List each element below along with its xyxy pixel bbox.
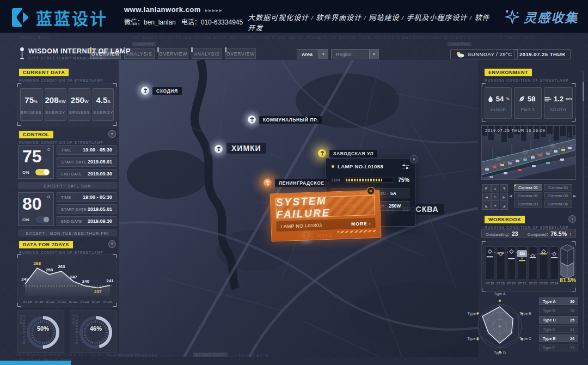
env-label: HUMID	[485, 107, 511, 112]
more-label: MORE	[351, 221, 367, 227]
close-icon[interactable]: ✕	[410, 155, 418, 163]
dpad-up[interactable]: ▲	[491, 184, 499, 192]
dpad-left[interactable]: ◀	[482, 193, 491, 201]
camera-page-left-icon[interactable]: ◀	[509, 194, 512, 198]
website-url[interactable]: www.lanlanwork.com	[124, 5, 201, 14]
legend-label: Type C	[543, 318, 556, 323]
schedule-toggle[interactable]	[35, 216, 50, 223]
camera-button-1[interactable]: Camera 01	[514, 184, 542, 191]
legend-row-type-e[interactable]: Type E24	[539, 334, 578, 342]
tab-tick	[191, 47, 193, 52]
chevron-down-icon[interactable]: ▾	[318, 50, 328, 59]
map-pin-kommunalny[interactable]	[248, 115, 256, 124]
row-value: 2019.05.01	[88, 206, 112, 212]
time-row[interactable]: TIME 19:00 - 05:30	[57, 145, 117, 155]
cell-value: 5A	[390, 191, 396, 196]
dpad-up-right[interactable]: ◥	[500, 184, 508, 192]
end-date-row[interactable]: END DATE 2019.09.30	[57, 169, 117, 179]
chevron-down-icon[interactable]: ▾	[369, 50, 378, 59]
start-date-row[interactable]: START DATE 2019.05.01	[57, 204, 117, 214]
area-select[interactable]: Area ▾	[297, 49, 328, 59]
workbook-next-button[interactable]: ›	[568, 215, 576, 223]
dpad-reset[interactable]: ↻	[491, 193, 499, 201]
decor-street-light-badge: STREET LIGHT	[193, 352, 228, 357]
lamp-glyph-icon	[143, 88, 148, 93]
decor-top-5: ▪ TRAVEL BOTH	[446, 36, 480, 40]
camera-button-6[interactable]: Camera 06	[544, 200, 572, 208]
website-line[interactable]: www.lanlanwork.com▸▸▸▸▸	[124, 5, 243, 14]
current-data-title: CURRENT DATA	[19, 69, 69, 76]
tab-overview-1[interactable]: OVERVIEW	[90, 48, 121, 59]
camera-page-right-icon[interactable]: ▶	[573, 194, 576, 198]
workbook-stats-bar: Outstanding：23 Compared：76.5% ↑	[481, 229, 576, 238]
legend-row-type-d[interactable]: Type D31	[539, 325, 578, 333]
metric-value: 208	[45, 95, 59, 105]
map-pin-zavodskaya[interactable]	[318, 149, 326, 157]
radar-legend: Type A36 Type B28 Type C25 Type D31 Type…	[539, 297, 578, 353]
legend-value: 24	[570, 336, 574, 341]
collect-label: 灵感收集	[524, 8, 578, 26]
legend-row-type-f[interactable]: Type F37	[539, 344, 578, 351]
region-select[interactable]: Region ▾	[331, 49, 379, 59]
nav-tabs: OVERVIEW ANALYSIS OVERVIEW ANALYSIS OVER…	[90, 48, 256, 59]
dpad-up-left[interactable]: ◤	[482, 184, 491, 192]
camera-video-feed[interactable]: 2019.07.25 THUR 18:26:09	[481, 125, 576, 180]
map-label-zavodskaya[interactable]: ЗАВОДСКАЯ УЛ	[329, 150, 377, 157]
tab-analysis-2[interactable]: ANALYSIS	[192, 48, 222, 59]
metric-label: BRINESS	[69, 110, 90, 115]
camera-button-4[interactable]: Camera 04	[544, 184, 572, 191]
camera-button-3[interactable]: Camera 03	[514, 200, 542, 208]
outstanding-value: 23	[512, 230, 518, 237]
dpad-down-left[interactable]: ◣	[482, 202, 491, 210]
contact-line: 微信：ben_lanlan 电话：010-63334945	[124, 17, 243, 26]
map-pin-khimki[interactable]	[215, 145, 223, 153]
env-tile-humid: 54% HUMID	[485, 87, 512, 119]
week-chart: 243268258263247240237241	[22, 258, 113, 296]
row-value: 2019.05.01	[88, 159, 112, 165]
dpad-down[interactable]: ▼	[491, 202, 499, 210]
tab-analysis-1[interactable]: ANALYSIS	[124, 48, 155, 59]
control-subtitle: RUNNING CONDITION OF STREETLAMP	[19, 141, 103, 144]
tab-label: OVERVIEW	[159, 51, 187, 57]
map-label-skhodnya[interactable]: СХОДНЯ	[152, 87, 182, 95]
tab-overview-2[interactable]: OVERVIEW	[158, 48, 188, 59]
time-row[interactable]: TIME 19:00 - 05:30	[57, 192, 117, 202]
lbn-value: 75%	[398, 177, 409, 183]
legend-row-type-b[interactable]: Type B28	[539, 307, 578, 314]
compared-label: Compared：	[528, 232, 551, 237]
failure-title: SYSTEM FAILURE	[276, 193, 375, 220]
scrollbar-thumb[interactable]	[583, 82, 584, 101]
hatch-decoration	[338, 230, 376, 233]
tab-overview-3[interactable]: OVERVIEW	[225, 48, 256, 59]
decor-top-1: ▪ TRAVEL BOTH	[16, 36, 50, 40]
legend-row-type-c[interactable]: Type C25	[539, 316, 578, 324]
brightness-level: 80	[22, 194, 50, 214]
map-pin-skhodnya[interactable]	[141, 87, 149, 95]
more-button[interactable]: MORE›	[351, 221, 371, 227]
legend-label: Type A	[543, 299, 556, 304]
camera-button-5[interactable]: Camera 05	[544, 192, 572, 199]
week-chart-add-button[interactable]: +	[108, 240, 116, 248]
toggle-knob	[44, 217, 49, 222]
page-scrollbar[interactable]	[583, 71, 584, 349]
row-value: 19:00 - 05:30	[83, 194, 112, 200]
map-label-khimki[interactable]: ХИМКИ	[226, 143, 266, 154]
start-date-row[interactable]: START DATE 2019.05.01	[57, 157, 117, 167]
tab-tick	[157, 47, 159, 52]
end-date-row[interactable]: END DATE 2019.09.30	[57, 216, 117, 226]
dpad-right[interactable]: ▶	[500, 193, 508, 201]
camera-button-2[interactable]: Camera 02	[514, 192, 542, 199]
sliders-icon[interactable]	[402, 164, 409, 169]
row-label: END DATE	[61, 172, 82, 177]
dpad-down-right[interactable]: ◢	[500, 202, 508, 210]
map-label-kommunalny[interactable]: КОММУНАЛЬНЫЙ ПР.	[259, 116, 322, 124]
comparison-gauge-left: COMPARISON FOR 50%	[17, 311, 64, 353]
control-add-button[interactable]: +	[108, 130, 116, 138]
inspiration-collect[interactable]: 灵感收集	[505, 8, 578, 26]
map-pin-leningradskoe[interactable]	[264, 179, 272, 187]
legend-row-type-a[interactable]: Type A36	[539, 297, 578, 305]
current-data-subtitle: RUNNING CONDITION OF STREETLAMP	[19, 78, 103, 82]
env-value: 54	[496, 95, 504, 103]
schedule-toggle[interactable]	[35, 169, 50, 175]
state-label: ON	[22, 217, 29, 222]
